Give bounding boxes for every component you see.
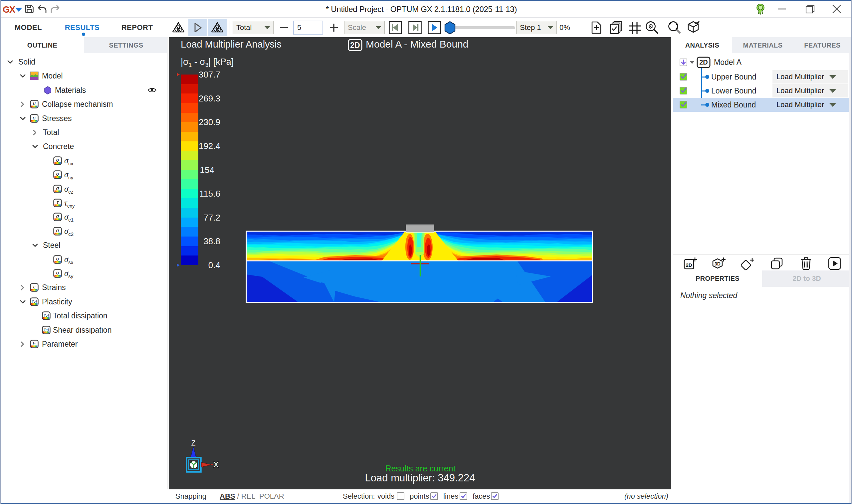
- svg-text:2D: 2D: [699, 58, 708, 66]
- svg-text:∫(σ): ∫(σ): [43, 328, 49, 331]
- svg-text:ε: ε: [33, 284, 36, 289]
- svg-text:∫(σ): ∫(σ): [43, 314, 49, 317]
- svg-text:σ: σ: [56, 171, 59, 177]
- svg-text:E: E: [33, 340, 36, 346]
- svg-text:σ: σ: [33, 114, 36, 120]
- svg-text:2D: 2D: [686, 262, 692, 268]
- svg-text:3D: 3D: [714, 261, 721, 267]
- svg-text:σ: σ: [56, 185, 59, 191]
- svg-text:σ: σ: [56, 255, 59, 261]
- svg-text:σ: σ: [56, 157, 59, 162]
- svg-text:X: X: [213, 460, 219, 469]
- svg-text:σ: σ: [56, 270, 59, 275]
- svg-text:Z: Z: [191, 440, 196, 447]
- svg-text:σ: σ: [56, 213, 59, 219]
- svg-text:σ: σ: [56, 227, 59, 233]
- svg-text:∫(σ): ∫(σ): [31, 300, 37, 303]
- svg-text:u: u: [33, 101, 36, 106]
